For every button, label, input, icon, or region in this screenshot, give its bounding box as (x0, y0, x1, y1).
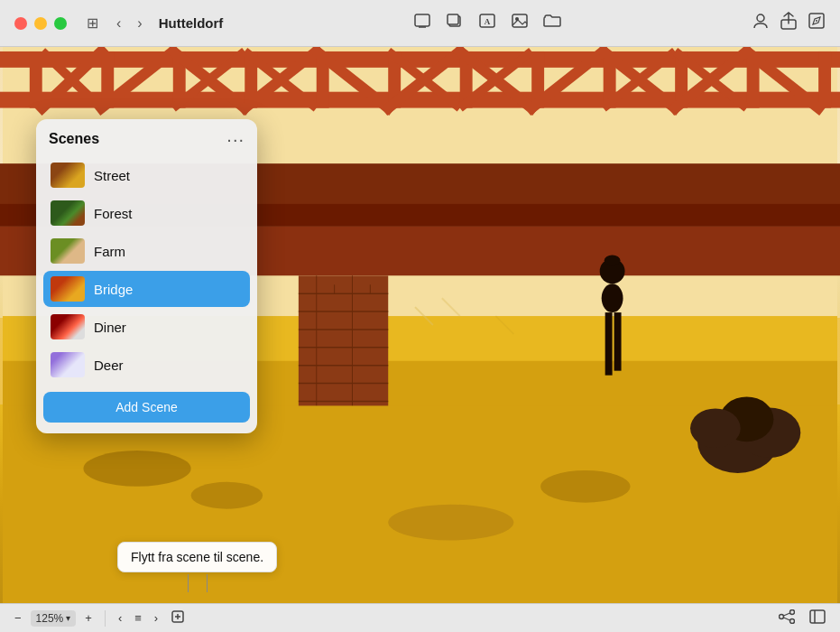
account-icon[interactable] (752, 12, 770, 34)
document-title: Hutteldorf (159, 15, 224, 31)
scene-item-forest[interactable]: Forest (43, 195, 250, 231)
svg-point-66 (83, 451, 190, 487)
rectangle-tool-icon[interactable] (413, 13, 431, 33)
annotation: Flytt fra scene til scene. (117, 542, 277, 592)
connect-icon-button[interactable] (775, 608, 798, 628)
forward-button[interactable]: › (132, 14, 147, 33)
separator (105, 610, 106, 627)
toolbar-right (775, 608, 829, 628)
scene-name-forest: Forest (94, 206, 133, 221)
svg-point-11 (816, 20, 817, 22)
titlebar-right-controls (752, 12, 840, 34)
zoom-in-button[interactable]: + (81, 609, 96, 627)
scene-list: Street Forest Farm Bridge (36, 157, 257, 383)
illustration: Scenes ··· Street Forest Farm (0, 47, 840, 603)
svg-rect-6 (512, 14, 527, 27)
minimize-button[interactable] (34, 17, 47, 30)
svg-rect-43 (818, 51, 831, 108)
toolbar-tools: A (413, 13, 561, 33)
scene-thumb-diner (51, 314, 85, 339)
scene-item-street[interactable]: Street (43, 157, 250, 193)
svg-point-72 (605, 256, 621, 266)
titlebar: ⊞ ‹ › Hutteldorf A (0, 0, 840, 47)
zoom-chevron: ▾ (66, 613, 70, 623)
scene-name-bridge: Bridge (94, 282, 133, 297)
svg-rect-0 (415, 14, 429, 26)
scenes-panel: Scenes ··· Street Forest Farm (36, 119, 257, 433)
scene-thumb-forest (51, 200, 85, 226)
svg-rect-74 (614, 312, 622, 371)
window-controls (0, 17, 81, 30)
scene-name-farm: Farm (94, 244, 125, 259)
svg-point-70 (602, 283, 623, 312)
svg-point-87 (790, 619, 795, 624)
add-scene-button[interactable]: Add Scene (43, 392, 250, 423)
canvas-area: Scenes ··· Street Forest Farm (0, 47, 840, 603)
scene-name-street: Street (94, 168, 130, 183)
prev-scene-button[interactable]: ‹ (115, 609, 125, 627)
scene-item-diner[interactable]: Diner (43, 309, 250, 345)
svg-point-67 (191, 482, 263, 509)
zoom-value: 125% (36, 612, 64, 625)
annotation-line-right (207, 574, 208, 592)
scene-list-button[interactable]: ≡ (131, 609, 145, 627)
scenes-title: Scenes (49, 131, 99, 147)
edit-icon[interactable] (808, 12, 826, 34)
scene-item-bridge[interactable]: Bridge (43, 271, 250, 307)
bookmark-button[interactable] (167, 608, 189, 628)
share-icon[interactable] (780, 12, 797, 34)
scene-thumb-farm (51, 238, 85, 264)
zoom-out-button[interactable]: − (11, 609, 25, 627)
scene-thumb-deer (51, 352, 85, 377)
scene-name-diner: Diner (94, 320, 126, 335)
close-button[interactable] (14, 17, 27, 30)
maximize-button[interactable] (54, 17, 67, 30)
svg-point-69 (540, 470, 630, 503)
scene-name-deer: Deer (94, 358, 124, 373)
annotation-text: Flytt fra scene til scene. (117, 542, 277, 572)
svg-point-68 (388, 505, 513, 541)
svg-point-8 (757, 14, 764, 22)
svg-point-85 (780, 615, 784, 619)
svg-rect-73 (605, 312, 613, 376)
annotation-lines (188, 574, 208, 592)
next-scene-button[interactable]: › (151, 609, 162, 627)
scenes-header: Scenes ··· (36, 130, 257, 157)
svg-line-88 (784, 613, 790, 616)
svg-point-86 (790, 610, 795, 615)
svg-rect-3 (448, 14, 458, 24)
scene-item-deer[interactable]: Deer (43, 347, 250, 383)
svg-rect-90 (810, 610, 825, 623)
svg-point-78 (690, 408, 741, 448)
svg-line-89 (784, 618, 790, 620)
svg-rect-32 (30, 51, 42, 108)
sidebar-view-button[interactable] (806, 608, 829, 628)
image-tool-icon[interactable] (511, 13, 529, 33)
bottom-toolbar: − 125% ▾ + ‹ ≡ › (0, 603, 840, 632)
svg-rect-31 (0, 51, 840, 68)
annotation-line-left (188, 574, 189, 592)
folder-tool-icon[interactable] (543, 13, 561, 33)
scene-thumb-street (51, 163, 85, 188)
copy-tool-icon[interactable] (446, 13, 464, 33)
svg-text:A: A (485, 17, 491, 26)
zoom-display[interactable]: 125% ▾ (31, 610, 77, 627)
navigation-buttons: ‹ › (104, 14, 155, 33)
text-tool-icon[interactable]: A (478, 13, 496, 33)
scene-item-farm[interactable]: Farm (43, 233, 250, 269)
back-button[interactable]: ‹ (111, 14, 126, 33)
scene-thumb-bridge (51, 276, 85, 302)
scenes-more-button[interactable]: ··· (226, 130, 245, 148)
sidebar-toggle-button[interactable]: ⊞ (81, 13, 104, 33)
